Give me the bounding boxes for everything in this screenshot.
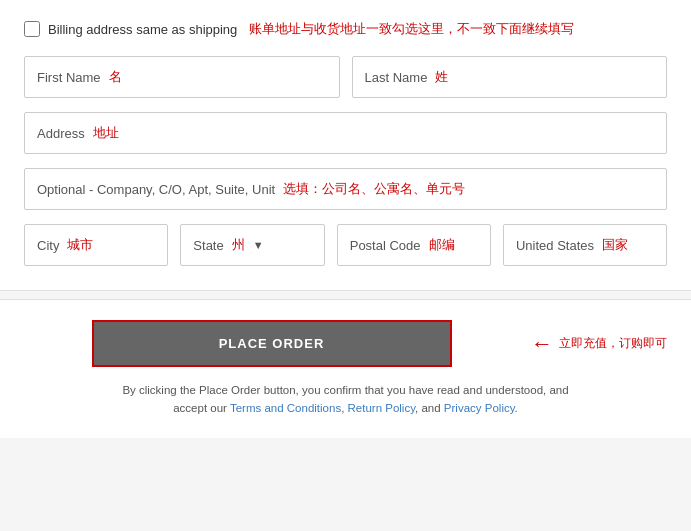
address-row: Address 地址 (24, 112, 667, 154)
return-policy-link[interactable]: Return Policy (348, 402, 416, 414)
first-name-field[interactable]: First Name 名 (24, 56, 340, 98)
billing-same-as-shipping-row: Billing address same as shipping 账单地址与收货… (24, 20, 667, 38)
state-label: State (193, 238, 223, 253)
postal-field[interactable]: Postal Code 邮编 (337, 224, 491, 266)
terms-text: By clicking the Place Order button, you … (24, 381, 667, 418)
terms-line1: By clicking the Place Order button, you … (122, 384, 568, 396)
optional-field[interactable]: Optional - Company, C/O, Apt, Suite, Uni… (24, 168, 667, 210)
terms-line2-prefix: accept our (173, 402, 230, 414)
terms-conditions-link[interactable]: Terms and Conditions (230, 402, 341, 414)
postal-label: Postal Code (350, 238, 421, 253)
terms-and: , and (415, 402, 444, 414)
last-name-cn: 姓 (435, 68, 448, 86)
optional-label: Optional - Company, C/O, Apt, Suite, Uni… (37, 182, 275, 197)
first-name-label: First Name (37, 70, 101, 85)
billing-same-as-shipping-checkbox[interactable] (24, 21, 40, 37)
optional-row: Optional - Company, C/O, Apt, Suite, Uni… (24, 168, 667, 210)
terms-period: . (515, 402, 518, 414)
address-label: Address (37, 126, 85, 141)
first-name-cn: 名 (109, 68, 122, 86)
address-field[interactable]: Address 地址 (24, 112, 667, 154)
footer-section: PLACE ORDER ← 立即充值，订购即可 By clicking the … (0, 299, 691, 438)
optional-cn: 选填：公司名、公寓名、单元号 (283, 180, 465, 198)
state-cn: 州 (232, 236, 245, 254)
city-label: City (37, 238, 59, 253)
privacy-policy-link[interactable]: Privacy Policy (444, 402, 515, 414)
city-field[interactable]: City 城市 (24, 224, 168, 266)
annotation-text: 立即充值，订购即可 (559, 335, 667, 352)
place-order-row: PLACE ORDER ← 立即充值，订购即可 (24, 320, 667, 367)
city-cn: 城市 (67, 236, 93, 254)
billing-form-section: Billing address same as shipping 账单地址与收货… (0, 0, 691, 291)
order-annotation: ← 立即充值，订购即可 (531, 331, 667, 357)
location-row: City 城市 State 州 ▼ Postal Code 邮编 United … (24, 224, 667, 266)
postal-cn: 邮编 (429, 236, 455, 254)
last-name-field[interactable]: Last Name 姓 (352, 56, 668, 98)
name-row: First Name 名 Last Name 姓 (24, 56, 667, 98)
billing-checkbox-label-cn: 账单地址与收货地址一致勾选这里，不一致下面继续填写 (249, 20, 574, 38)
state-field[interactable]: State 州 ▼ (180, 224, 324, 266)
country-cn: 国家 (602, 236, 628, 254)
address-cn: 地址 (93, 124, 119, 142)
country-field[interactable]: United States 国家 (503, 224, 667, 266)
last-name-label: Last Name (365, 70, 428, 85)
country-label: United States (516, 238, 594, 253)
state-dropdown-arrow[interactable]: ▼ (253, 239, 264, 251)
place-order-button[interactable]: PLACE ORDER (92, 320, 452, 367)
billing-checkbox-label: Billing address same as shipping (48, 22, 237, 37)
red-arrow-icon: ← (531, 331, 553, 357)
